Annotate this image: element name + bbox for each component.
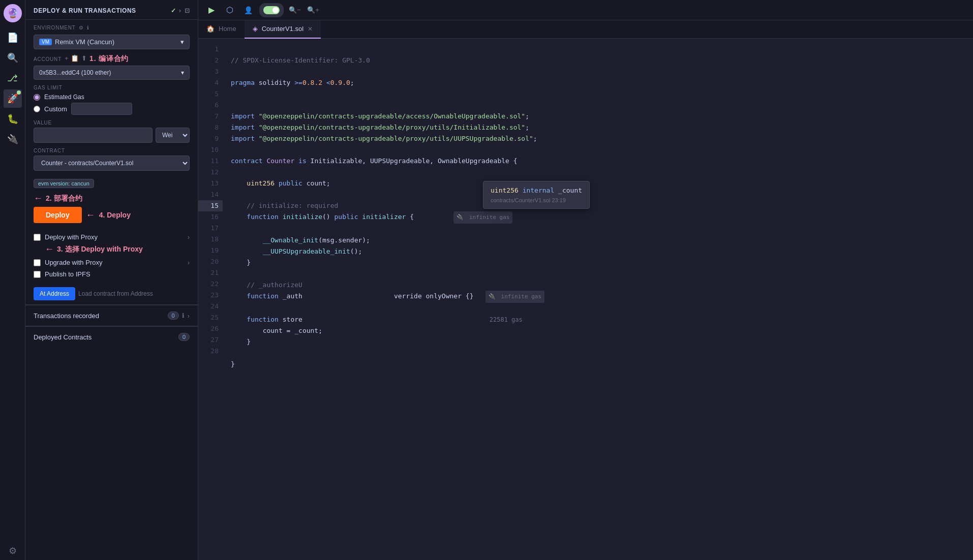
vm-badge: VM xyxy=(39,39,52,45)
account-label: ACCOUNT + 📋 ⬆ 1. 编译合约 xyxy=(34,54,190,64)
toolbar: ▶ ⬡ 👤 🔍− 🔍+ xyxy=(198,0,973,20)
nav-deploy-icon[interactable]: 🚀 xyxy=(4,89,22,108)
code-editor: 12345 678910 11121314 15 1617181920 2122… xyxy=(198,39,973,560)
account-dropdown-icon: ▾ xyxy=(181,69,184,76)
env-info-icon[interactable]: ℹ xyxy=(87,25,89,30)
upgrade-proxy-checkbox[interactable] xyxy=(34,259,41,266)
tab-counterv1-label: CounterV1.sol xyxy=(262,25,303,33)
account-select[interactable]: 0x5B3...eddC4 (100 ether) ▾ xyxy=(34,66,190,80)
estimated-gas-radio-row: Estimated Gas xyxy=(34,94,190,101)
deployed-contracts-section: Deployed Contracts 0 xyxy=(25,326,198,347)
zoom-in-button[interactable]: 🔍+ xyxy=(306,3,320,17)
tx-button[interactable]: 👤 xyxy=(241,3,255,17)
arrow-right-icon[interactable]: › xyxy=(179,7,181,14)
environment-value: Remix VM (Cancun) xyxy=(55,38,114,46)
tab-counterv1[interactable]: ◈ CounterV1.sol ✕ xyxy=(245,20,321,39)
tooltip-file-text: contracts/CounterV1.sol 23:19 xyxy=(491,197,582,203)
custom-gas-radio[interactable] xyxy=(34,106,40,112)
nav-plugin-icon[interactable]: 🔌 xyxy=(4,130,22,148)
infinite-gas-badge-22: 🔌 infinite gas xyxy=(485,291,544,303)
line-numbers: 12345 678910 11121314 15 1617181920 2122… xyxy=(198,39,223,560)
icon-sidebar: 🔮 📄 🔍 ⎇ 🚀 🐛 🔌 ⚙ xyxy=(0,0,25,560)
tabs-bar: 🏠 Home ◈ CounterV1.sol ✕ xyxy=(198,20,973,39)
autocomplete-tooltip: uint256 internal _count contracts/Counte… xyxy=(483,181,590,209)
deploy-proxy-checkbox-row[interactable]: Deploy with Proxy › xyxy=(34,231,190,243)
transactions-label: Transactions recorded xyxy=(34,312,165,320)
upgrade-proxy-checkbox-row[interactable]: Upgrade with Proxy › xyxy=(34,257,190,268)
contract-select[interactable]: Counter - contracts/CounterV1.sol xyxy=(34,155,190,171)
publish-ipfs-label: Publish to IPFS xyxy=(45,270,90,278)
at-address-section: At Address Load contract from Address xyxy=(25,283,198,304)
transactions-count-badge: 0 xyxy=(168,312,179,320)
step1-annotation: 1. 编译合约 xyxy=(89,54,129,64)
upgrade-proxy-expand-icon[interactable]: › xyxy=(188,259,190,266)
environment-label: ENVIRONMENT ⚙ ℹ xyxy=(25,20,198,33)
contract-label: CONTRACT xyxy=(34,148,190,153)
step2-arrow: ← xyxy=(34,193,43,204)
panel-title: DEPLOY & RUN TRANSACTIONS ✓ › ⊡ xyxy=(25,0,198,20)
nav-git-icon[interactable]: ⎇ xyxy=(4,69,22,87)
toggle-inner xyxy=(263,6,280,14)
value-unit-select[interactable]: Wei Gwei Ether xyxy=(156,128,190,143)
environment-select[interactable]: VM Remix VM (Cancun) ▾ xyxy=(34,35,190,49)
panel-title-text: DEPLOY & RUN TRANSACTIONS xyxy=(34,7,136,14)
file-icon: ◈ xyxy=(253,25,258,33)
deploy-section: Deploy ← 4. Deploy xyxy=(25,207,198,228)
evm-badge: evm version: cancun xyxy=(34,179,94,188)
nav-files-icon[interactable]: 📄 xyxy=(4,28,22,47)
tab-home-label: Home xyxy=(219,25,236,33)
transactions-expand-icon[interactable]: › xyxy=(188,312,190,320)
estimated-gas-label: Estimated Gas xyxy=(44,94,84,101)
publish-ipfs-checkbox[interactable] xyxy=(34,271,41,278)
env-settings-icon[interactable]: ⚙ xyxy=(79,25,84,30)
deployed-contracts-count-badge: 0 xyxy=(178,333,190,341)
account-value: 0x5B3...eddC4 (100 ether) xyxy=(39,69,111,76)
infinite-gas-badge-15: 🔌 infinite gas xyxy=(453,211,512,224)
maximize-icon[interactable]: ⊡ xyxy=(185,7,190,14)
transactions-section[interactable]: Transactions recorded 0 ℹ › xyxy=(25,305,198,326)
deploy-arrow: ← xyxy=(86,210,95,221)
at-address-button[interactable]: At Address xyxy=(34,287,75,300)
deployed-contracts-label: Deployed Contracts xyxy=(34,333,175,341)
publish-ipfs-checkbox-row[interactable]: Publish to IPFS xyxy=(34,268,190,280)
value-input[interactable]: 0 xyxy=(34,128,153,143)
deploy-proxy-label: Deploy with Proxy xyxy=(45,233,98,241)
account-export-icon[interactable]: ⬆ xyxy=(81,54,87,64)
main-content: ▶ ⬡ 👤 🔍− 🔍+ 🏠 Home ◈ CounterV1.sol ✕ 123… xyxy=(198,0,973,560)
check-icon[interactable]: ✓ xyxy=(171,7,176,14)
left-panel: DEPLOY & RUN TRANSACTIONS ✓ › ⊡ ENVIRONM… xyxy=(25,0,198,560)
toggle-button[interactable] xyxy=(259,3,284,17)
zoom-out-button[interactable]: 🔍− xyxy=(288,3,302,17)
deploy-proxy-expand-icon[interactable]: › xyxy=(188,234,190,241)
transactions-info-icon[interactable]: ℹ xyxy=(182,312,185,319)
tab-close-button[interactable]: ✕ xyxy=(308,25,313,33)
step2-annotation: 2. 部署合约 xyxy=(46,194,82,203)
toggle-knob xyxy=(272,7,279,13)
nav-debug-icon[interactable]: 🐛 xyxy=(4,110,22,128)
tab-home[interactable]: 🏠 Home xyxy=(198,20,245,39)
gas-limit-label: GAS LIMIT xyxy=(34,85,190,90)
custom-gas-label: Custom xyxy=(44,105,67,113)
checkbox-section: Deploy with Proxy › ← 3. 选择 Deploy with … xyxy=(25,228,198,283)
value-label: VALUE xyxy=(34,120,190,126)
load-contract-link[interactable]: Load contract from Address xyxy=(78,290,153,297)
step4-annotation: 4. Deploy xyxy=(99,211,131,219)
code-content[interactable]: // SPDX-License-Identifier: GPL-3.0 prag… xyxy=(223,39,973,560)
account-copy-icon[interactable]: 📋 xyxy=(71,54,79,64)
home-icon: 🏠 xyxy=(206,25,215,33)
deploy-proxy-checkbox[interactable] xyxy=(34,234,41,241)
logo-icon[interactable]: 🔮 xyxy=(4,4,22,22)
upgrade-proxy-label: Upgrade with Proxy xyxy=(45,259,102,266)
custom-gas-input[interactable]: 3000000 xyxy=(71,103,132,115)
tooltip-main-text: uint256 internal _count xyxy=(491,186,582,194)
estimated-gas-radio[interactable] xyxy=(34,94,40,101)
debug-button[interactable]: ⬡ xyxy=(223,3,237,17)
custom-gas-row: Custom 3000000 xyxy=(34,103,190,115)
nav-search-icon[interactable]: 🔍 xyxy=(4,49,22,67)
account-add-icon[interactable]: + xyxy=(65,54,69,64)
step3-annotation: 3. 选择 Deploy with Proxy xyxy=(57,245,143,254)
step3-arrow: ← xyxy=(45,244,54,255)
run-button[interactable]: ▶ xyxy=(204,3,219,17)
nav-settings-icon[interactable]: ⚙ xyxy=(4,542,22,560)
deploy-button[interactable]: Deploy xyxy=(34,207,82,223)
